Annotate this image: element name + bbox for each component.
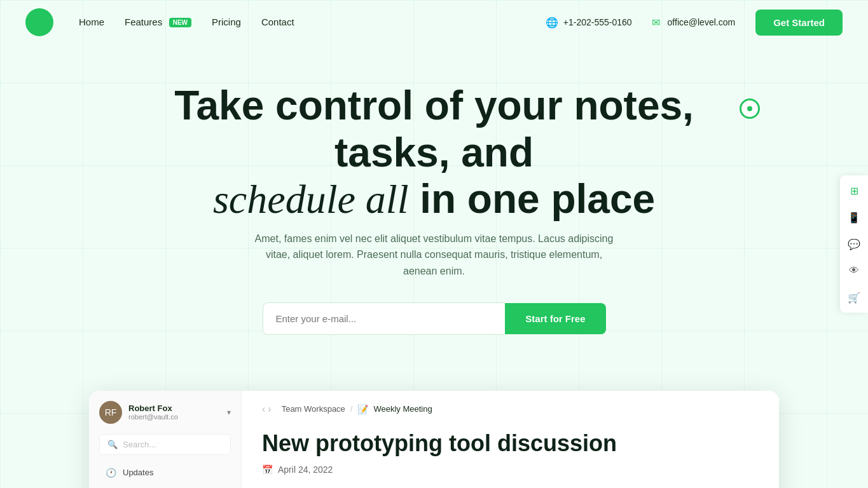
app-main: ‹ › Team Workspace / 📝 Weekly Meeting Ne…	[242, 391, 779, 488]
hero-title-line1: Take control of your notes, tasks, and	[174, 83, 694, 175]
sidebar-item-updates[interactable]: 🕐 Updates	[99, 463, 231, 483]
hero-section: Take control of your notes, tasks, and s…	[0, 44, 868, 391]
doc-date: 📅 April 24, 2022	[262, 464, 759, 475]
nav-link-pricing[interactable]: Pricing	[212, 17, 241, 27]
features-badge: NEW	[169, 18, 191, 27]
chevron-down-icon[interactable]: ▾	[227, 408, 231, 417]
search-placeholder: Search...	[123, 440, 156, 449]
nav-item-home[interactable]: Home	[79, 17, 104, 28]
phone-icon: 🌐	[546, 16, 558, 29]
sidebar-search[interactable]: 🔍 Search...	[99, 434, 231, 455]
email-link[interactable]: ✉ office@level.com	[650, 16, 736, 29]
doc-date-value: April 24, 2022	[278, 464, 333, 475]
nav-link-home[interactable]: Home	[79, 17, 104, 27]
email-input[interactable]	[263, 302, 506, 335]
hero-subtitle: Amet, fames enim vel nec elit aliquet ve…	[250, 231, 619, 280]
nav-item-pricing[interactable]: Pricing	[212, 17, 241, 28]
sidebar-item-label: Updates	[123, 468, 153, 477]
nav-link-contact[interactable]: Contact	[261, 17, 294, 27]
updates-icon: 🕐	[106, 468, 116, 478]
breadcrumb-page: Weekly Meeting	[373, 404, 432, 414]
phone-number: +1-202-555-0160	[563, 17, 632, 27]
nav-link-features[interactable]: Features	[125, 17, 162, 27]
sidebar-eye-icon[interactable]: 👁	[846, 263, 862, 278]
sidebar-item-discussions[interactable]: 💬 Discussions	[99, 484, 231, 488]
user-email: robert@vault.co	[128, 413, 178, 421]
user-info: Robert Fox robert@vault.co	[128, 403, 178, 421]
sidebar-phone-icon[interactable]: 📱	[846, 210, 862, 225]
breadcrumb-workspace: Team Workspace	[282, 404, 345, 414]
hero-title-line2: in one place	[420, 176, 655, 222]
breadcrumb-page-icon: 📝	[357, 404, 368, 414]
breadcrumb-forward-icon[interactable]: ›	[268, 403, 271, 415]
sidebar-chat-icon[interactable]: 💬	[846, 236, 862, 252]
email-address: office@level.com	[668, 17, 736, 27]
hero-cta: Start for Free	[263, 302, 606, 335]
decoration-dot	[740, 98, 760, 119]
sidebar-user-left: RF Robert Fox robert@vault.co	[99, 401, 178, 424]
nav-contact: 🌐 +1-202-555-0160 ✉ office@level.com	[546, 16, 735, 29]
nav-left: Home Features NEW Pricing Contact	[25, 8, 294, 36]
email-icon: ✉	[650, 16, 663, 29]
sidebar-grid-icon[interactable]: ⊞	[846, 183, 862, 198]
hero-title: Take control of your notes, tasks, and s…	[148, 83, 720, 223]
navbar: Home Features NEW Pricing Contact 🌐 +1-2…	[0, 0, 868, 44]
logo[interactable]	[25, 8, 53, 36]
start-free-button[interactable]: Start for Free	[505, 303, 605, 334]
breadcrumb-nav: ‹ ›	[262, 403, 272, 415]
breadcrumb: ‹ › Team Workspace / 📝 Weekly Meeting	[262, 403, 759, 415]
breadcrumb-separator: /	[350, 404, 353, 414]
avatar: RF	[99, 401, 122, 424]
nav-right: 🌐 +1-202-555-0160 ✉ office@level.com Get…	[546, 10, 843, 36]
phone-link[interactable]: 🌐 +1-202-555-0160	[546, 16, 632, 29]
get-started-button[interactable]: Get Started	[755, 10, 843, 36]
calendar-icon: 📅	[262, 464, 273, 475]
breadcrumb-back-icon[interactable]: ‹	[262, 403, 265, 415]
search-icon: 🔍	[107, 440, 118, 449]
nav-item-features[interactable]: Features NEW	[125, 17, 191, 28]
app-preview: RF Robert Fox robert@vault.co ▾ 🔍 Search…	[89, 391, 779, 488]
right-sidebar: ⊞ 📱 💬 👁 🛒	[840, 175, 868, 313]
sidebar-cart-icon[interactable]: 🛒	[846, 290, 862, 305]
doc-title: New prototyping tool discussion	[262, 430, 759, 457]
nav-links: Home Features NEW Pricing Contact	[79, 17, 294, 28]
app-sidebar: RF Robert Fox robert@vault.co ▾ 🔍 Search…	[89, 391, 242, 488]
nav-item-contact[interactable]: Contact	[261, 17, 294, 28]
user-name: Robert Fox	[128, 403, 178, 413]
hero-title-italic: schedule all	[213, 177, 408, 222]
sidebar-user: RF Robert Fox robert@vault.co ▾	[99, 401, 231, 424]
